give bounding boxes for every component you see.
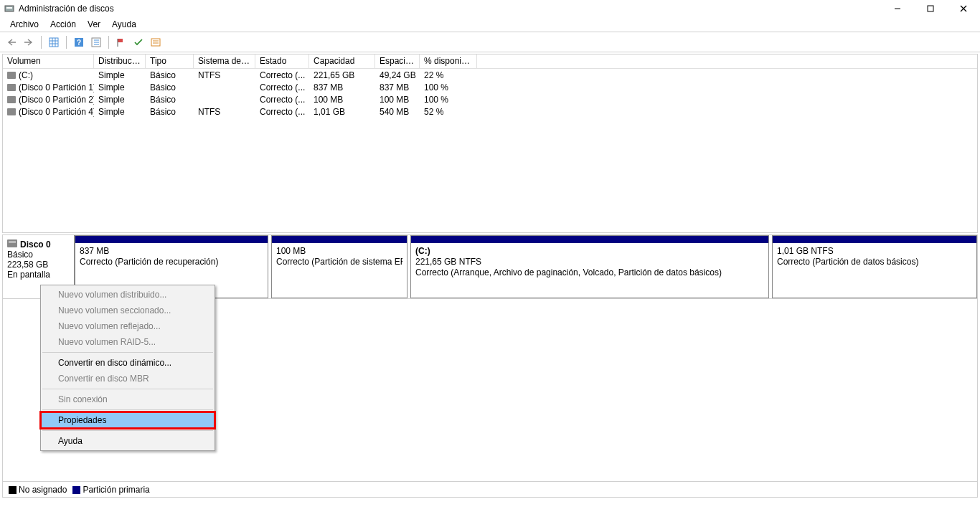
svg-rect-23	[9, 241, 16, 243]
menubar: Archivo Acción Ver Ayuda	[0, 17, 980, 32]
col-tipo[interactable]: Tipo	[146, 54, 194, 68]
cell: 100 %	[420, 82, 477, 93]
volume-rows: (C:)SimpleBásicoNTFSCorrecto (...221,65 …	[3, 69, 977, 118]
partition-header	[272, 236, 407, 243]
maximize-button[interactable]	[914, 0, 947, 17]
partition-body: (C:)221,65 GB NTFSCorrecto (Arranque, Ar…	[411, 243, 768, 281]
partition-body: 100 MBCorrecto (Partición de sistema EFI…	[272, 243, 407, 270]
table-row[interactable]: (C:)SimpleBásicoNTFSCorrecto (...221,65 …	[3, 69, 977, 81]
cell: 540 MB	[375, 106, 420, 118]
partition-box[interactable]: 1,01 GB NTFSCorrecto (Partición de datos…	[772, 235, 977, 298]
column-headers: VolumenDistribuciónTipoSistema de ...Est…	[3, 54, 977, 69]
cell: (Disco 0 Partición 2)	[3, 94, 94, 105]
cell: (Disco 0 Partición 1)	[3, 82, 94, 93]
cell: (Disco 0 Partición 4)	[3, 106, 94, 118]
cell: 100 %	[420, 94, 477, 105]
partition-header	[75, 236, 268, 243]
cell: Básico	[146, 70, 194, 81]
titlebar: Administración de discos	[0, 0, 980, 17]
cell: 837 MB	[309, 82, 375, 93]
partition-box[interactable]: 100 MBCorrecto (Partición de sistema EFI…	[271, 235, 407, 298]
svg-rect-3	[928, 6, 933, 11]
col-capacidad[interactable]: Capacidad	[309, 54, 375, 68]
check-icon[interactable]	[131, 35, 146, 49]
col-estado[interactable]: Estado	[255, 54, 309, 68]
menu-separator	[42, 409, 213, 410]
menu-item[interactable]: Ayuda	[41, 433, 215, 449]
menu-archivo[interactable]: Archivo	[4, 18, 44, 31]
app-icon	[4, 4, 14, 14]
disk-name: Disco 0	[20, 239, 51, 250]
disk-type: Básico	[7, 250, 70, 260]
partition-header	[411, 236, 768, 243]
table-row[interactable]: (Disco 0 Partición 4)SimpleBásicoNTFSCor…	[3, 105, 977, 118]
cell	[194, 99, 255, 100]
volume-icon	[7, 108, 16, 115]
volume-icon	[7, 96, 16, 103]
forward-button[interactable]	[22, 35, 36, 49]
menu-item: Nuevo volumen reflejado...	[41, 318, 215, 334]
menu-item: Convertir en disco MBR	[41, 371, 215, 386]
cell: Correcto (...	[255, 94, 309, 105]
menu-item[interactable]: Propiedades	[41, 412, 215, 428]
toolbar: ?	[0, 32, 980, 52]
svg-rect-19	[151, 39, 160, 46]
menu-separator	[42, 352, 213, 353]
minimize-button[interactable]	[881, 0, 914, 17]
cell: Básico	[146, 82, 194, 93]
menu-separator	[42, 430, 213, 431]
menu-item[interactable]: Convertir en disco dinámico...	[41, 355, 215, 371]
cell: Simple	[94, 82, 146, 93]
menu-accion[interactable]: Acción	[44, 18, 82, 31]
menu-item: Sin conexión	[41, 392, 215, 407]
flag-icon[interactable]	[114, 35, 128, 49]
view-icon[interactable]	[89, 35, 103, 49]
help-icon[interactable]: ?	[72, 35, 86, 49]
window-controls	[881, 0, 980, 17]
cell: Básico	[146, 106, 194, 118]
svg-rect-1	[6, 7, 12, 9]
cell: NTFS	[194, 70, 255, 81]
context-menu: Nuevo volumen distribuido...Nuevo volume…	[40, 285, 215, 451]
cell: Simple	[94, 94, 146, 105]
disk-icon	[7, 239, 17, 250]
cell: Correcto (...	[255, 70, 309, 81]
menu-item: Nuevo volumen seccionado...	[41, 303, 215, 318]
cell: 100 MB	[375, 94, 420, 105]
volume-icon	[7, 72, 16, 79]
cell: NTFS	[194, 106, 255, 118]
legend-primary: Partición primaria	[72, 485, 149, 495]
cell: Correcto (...	[255, 82, 309, 93]
svg-rect-22	[7, 239, 17, 247]
cell: 49,24 GB	[375, 70, 420, 81]
disk-size: 223,58 GB	[7, 260, 70, 270]
disk-status: En pantalla	[7, 270, 70, 280]
cell: 221,65 GB	[309, 70, 375, 81]
menu-ver[interactable]: Ver	[82, 18, 106, 31]
cell: Básico	[146, 94, 194, 105]
col-distribucion[interactable]: Distribución	[94, 54, 146, 68]
menu-item: Nuevo volumen RAID-5...	[41, 334, 215, 350]
volume-list: VolumenDistribuciónTipoSistema de ...Est…	[2, 54, 978, 233]
cell: Simple	[94, 70, 146, 81]
cell: Correcto (...	[255, 106, 309, 118]
back-button[interactable]	[4, 35, 19, 49]
table-row[interactable]: (Disco 0 Partición 1)SimpleBásicoCorrect…	[3, 81, 977, 93]
list-icon[interactable]	[149, 35, 163, 49]
cell: Simple	[94, 106, 146, 118]
col-espacio[interactable]: Espacio ...	[375, 54, 420, 68]
table-row[interactable]: (Disco 0 Partición 2)SimpleBásicoCorrect…	[3, 93, 977, 105]
window-title: Administración de discos	[19, 4, 114, 14]
cell	[194, 87, 255, 88]
col-volumen[interactable]: Volumen	[3, 54, 94, 68]
menu-ayuda[interactable]: Ayuda	[106, 18, 142, 31]
col-sistema[interactable]: Sistema de ...	[194, 54, 255, 68]
menu-item: Nuevo volumen distribuido...	[41, 287, 215, 303]
svg-rect-17	[118, 39, 123, 42]
cell: 100 MB	[309, 94, 375, 105]
partition-box[interactable]: (C:)221,65 GB NTFSCorrecto (Arranque, Ar…	[410, 235, 769, 298]
grid-icon[interactable]	[47, 35, 61, 49]
partition-body: 1,01 GB NTFSCorrecto (Partición de datos…	[773, 243, 976, 270]
col-porcentaje[interactable]: % disponible	[420, 54, 477, 68]
close-button[interactable]	[947, 0, 980, 17]
